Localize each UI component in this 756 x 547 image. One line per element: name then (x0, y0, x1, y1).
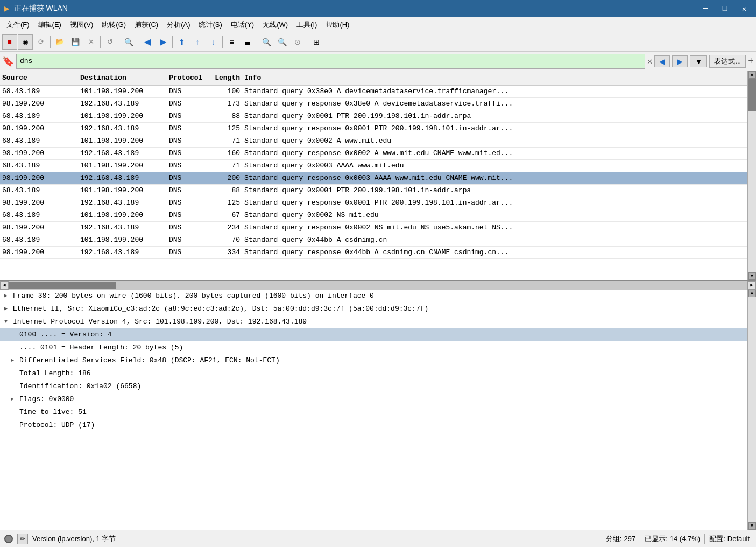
ethernet-expand-icon[interactable]: ▶ (4, 303, 11, 315)
table-row[interactable]: 68.43.189 101.198.199.200 DNS 70 Standar… (0, 234, 747, 247)
table-row[interactable]: 68.43.189 101.198.199.200 DNS 88 Standar… (0, 185, 747, 197)
header-source: Source (0, 72, 78, 84)
filter-clear-icon[interactable]: ✕ (647, 56, 653, 67)
ip-headlen-label: .... 0101 = Header Length: 20 bytes (5) (19, 342, 183, 354)
status-edit-button[interactable]: ✏ (17, 534, 28, 544)
detail-ip-dscp-row[interactable]: ▶ Differentiated Services Field: 0x48 (D… (0, 354, 747, 367)
ip-version-label: 0100 .... = Version: 4 (19, 329, 112, 341)
detail-pane-scrollbar[interactable]: ▲ ▼ (747, 290, 756, 530)
table-row[interactable]: 68.43.189 101.198.199.200 DNS 71 Standar… (0, 160, 747, 172)
packet-list-scrollbar[interactable]: ▲ ▼ (747, 71, 756, 280)
detail-pane: ▶ Frame 38: 200 bytes on wire (1600 bits… (0, 290, 756, 530)
table-row[interactable]: 98.199.200 192.168.43.189 DNS 125 Standa… (0, 123, 747, 135)
ip-flags-label: Flags: 0x0000 (19, 394, 74, 405)
menu-view[interactable]: 视图(V) (66, 19, 97, 31)
header-protocol: Protocol (167, 72, 210, 84)
flags-expand-icon[interactable]: ▶ (11, 394, 17, 405)
app-icon: ▶ (4, 3, 10, 14)
split-button[interactable]: ⊞ (309, 34, 324, 50)
detail-ip-row[interactable]: ▼ Internet Protocol Version 4, Src: 101.… (0, 315, 747, 328)
menu-go[interactable]: 跳转(G) (97, 19, 130, 31)
menu-tools[interactable]: 工具(I) (292, 19, 321, 31)
table-row[interactable]: 68.43.189 101.198.199.200 DNS 100 Standa… (0, 86, 747, 98)
filter-input[interactable] (16, 54, 645, 69)
detail-ip-headlen-row[interactable]: .... 0101 = Header Length: 20 bytes (5) (0, 341, 747, 354)
filter-prev-button[interactable]: ◀ (654, 55, 670, 67)
menu-help[interactable]: 帮助(H) (321, 19, 354, 31)
filter-next-button[interactable]: ▶ (672, 55, 688, 67)
filter-expr-button[interactable]: 表达式... (709, 55, 746, 68)
menubar: 文件(F) 编辑(E) 视图(V) 跳转(G) 捕获(C) 分析(A) 统计(S… (0, 17, 756, 32)
frame-label: Frame 38: 200 bytes on wire (1600 bits),… (13, 290, 374, 302)
packet-list-h-scrollbar[interactable]: ◀ ▶ (0, 281, 756, 290)
menu-capture[interactable]: 捕获(C) (130, 19, 162, 31)
detail-ethernet-row[interactable]: ▶ Ethernet II, Src: XiaomiCo_c3:ad:2c (a… (0, 303, 747, 315)
menu-edit[interactable]: 编辑(E) (34, 19, 66, 31)
menu-stats[interactable]: 统计(S) (194, 19, 226, 31)
close-button[interactable]: ✕ (737, 2, 752, 15)
minimize-button[interactable]: — (698, 2, 713, 15)
menu-wireless[interactable]: 无线(W) (258, 19, 292, 31)
zoom-reset-button[interactable]: ⊙ (290, 34, 305, 50)
close-file-button[interactable]: ✕ (83, 34, 98, 50)
filter-add-button[interactable]: + (748, 56, 754, 67)
find-button[interactable]: 🔍 (121, 34, 136, 50)
table-row[interactable]: 98.199.200 192.168.43.189 DNS 173 Standa… (0, 98, 747, 110)
status-left: ✏ Version (ip.version), 1 字节 (0, 534, 120, 544)
ip-label: Internet Protocol Version 4, Src: 101.19… (13, 316, 307, 328)
open-file-button[interactable]: 📂 (52, 34, 67, 50)
detail-ip-ttl-row[interactable]: Time to live: 51 (0, 406, 747, 419)
scroll-down-button[interactable]: ↓ (206, 34, 221, 50)
table-row[interactable]: 68.43.189 101.198.199.200 DNS 71 Standar… (0, 135, 747, 148)
table-row[interactable]: 98.199.200 192.168.43.189 DNS 200 Standa… (0, 172, 747, 185)
h-scroll-track[interactable] (9, 281, 747, 290)
h-scroll-left-arrow[interactable]: ◀ (0, 281, 9, 290)
table-row[interactable]: 68.43.189 101.198.199.200 DNS 88 Standar… (0, 110, 747, 123)
table-row[interactable]: 98.199.200 192.168.43.189 DNS 160 Standa… (0, 148, 747, 160)
detail-pane-inner: ▶ Frame 38: 200 bytes on wire (1600 bits… (0, 290, 747, 530)
statusbar: ✏ Version (ip.version), 1 字节 分组: 297 已显示… (0, 530, 756, 547)
detail-ip-flags-row[interactable]: ▶ Flags: 0x0000 (0, 393, 747, 406)
ip-id-label: Identification: 0x1a02 (6658) (19, 381, 141, 392)
h-scroll-right-arrow[interactable]: ▶ (747, 281, 756, 290)
save-file-button[interactable]: 💾 (68, 34, 83, 50)
stop-capture-button[interactable]: ■ (2, 34, 17, 50)
zoom-in-button[interactable]: 🔍 (259, 34, 274, 50)
filter-bookmark-icon[interactable]: 🔖 (2, 55, 14, 67)
detail-pane-area: ▶ Frame 38: 200 bytes on wire (1600 bits… (0, 290, 756, 530)
prev-packet-button[interactable]: ◀ (140, 34, 155, 50)
scroll-up-button[interactable]: ↑ (190, 34, 205, 50)
detail-ip-id-row[interactable]: Identification: 0x1a02 (6658) (0, 380, 747, 393)
ethernet-label: Ethernet II, Src: XiaomiCo_c3:ad:2c (a8:… (13, 303, 428, 315)
detail-ip-proto-row[interactable]: Protocol: UDP (17) (0, 419, 747, 432)
frame-expand-icon[interactable]: ▶ (4, 290, 11, 302)
detail-ip-totlen-row[interactable]: Total Length: 186 (0, 367, 747, 380)
titlebar: ▶ 正在捕获 WLAN — □ ✕ (0, 0, 756, 17)
h-scroll-thumb[interactable] (9, 282, 116, 289)
toolbar: ■ ◉ ⟳ 📂 💾 ✕ ↺ 🔍 ◀ ▶ ⬆ ↑ ↓ ≡ ≣ 🔍 🔍 ⊙ ⊞ (0, 32, 756, 52)
ip-totlen-label: Total Length: 186 (19, 368, 91, 380)
detail-frame-row[interactable]: ▶ Frame 38: 200 bytes on wire (1600 bits… (0, 290, 747, 303)
maximize-button[interactable]: □ (717, 2, 732, 15)
table-row[interactable]: 98.199.200 192.168.43.189 DNS 125 Standa… (0, 197, 747, 209)
table-row[interactable]: 68.43.189 101.198.199.200 DNS 67 Standar… (0, 209, 747, 222)
status-config-label: 配置: (709, 534, 725, 544)
filter-dropdown-button[interactable]: ▼ (690, 55, 707, 67)
table-row[interactable]: 98.199.200 192.168.43.189 DNS 334 Standa… (0, 247, 747, 259)
menu-file[interactable]: 文件(F) (2, 19, 34, 31)
table-row[interactable]: 98.199.200 192.168.43.189 DNS 234 Standa… (0, 222, 747, 234)
menu-phone[interactable]: 电话(Y) (227, 19, 258, 31)
menu-analyze[interactable]: 分析(A) (162, 19, 194, 31)
next-packet-button[interactable]: ▶ (156, 34, 171, 50)
reload-button[interactable]: ↺ (102, 34, 117, 50)
first-packet-button[interactable]: ⬆ (174, 34, 189, 50)
colorize-button[interactable]: ≡ (224, 34, 239, 50)
capture-options-button[interactable]: ◉ (18, 34, 33, 50)
zoom-out-button[interactable]: 🔍 (274, 34, 289, 50)
status-divider-1 (640, 534, 640, 544)
dscp-expand-icon[interactable]: ▶ (11, 355, 17, 367)
start-capture-button[interactable]: ⟳ (33, 34, 48, 50)
autoscroll-button[interactable]: ≣ (240, 34, 255, 50)
detail-ip-version-row[interactable]: 0100 .... = Version: 4 (0, 328, 747, 341)
ip-expand-icon[interactable]: ▼ (4, 316, 11, 328)
